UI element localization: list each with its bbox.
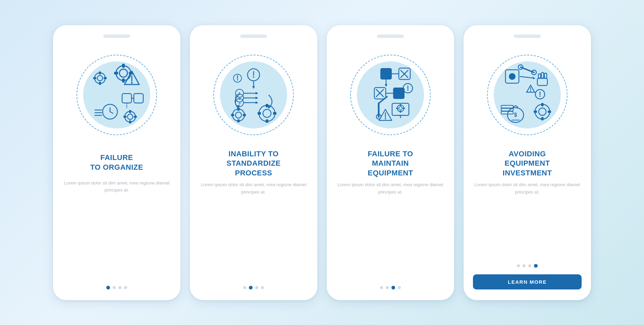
dot-3 [255, 286, 258, 289]
phone-notch-2 [240, 35, 267, 38]
svg-rect-100 [544, 73, 547, 78]
svg-rect-58 [258, 112, 261, 115]
svg-marker-39 [256, 97, 258, 99]
svg-rect-8 [99, 71, 101, 74]
svg-point-112 [535, 104, 550, 119]
svg-text:$: $ [514, 112, 517, 118]
svg-rect-3 [122, 78, 125, 83]
svg-rect-117 [548, 110, 551, 113]
dot-3 [528, 264, 531, 267]
svg-rect-15 [122, 94, 131, 103]
standardize-svg-icon: 1 2 3 [217, 58, 290, 132]
dot-1 [517, 264, 520, 267]
svg-rect-26 [123, 116, 126, 118]
svg-rect-53 [243, 114, 246, 116]
svg-point-113 [539, 108, 546, 115]
svg-point-33 [253, 76, 254, 78]
card-inability-to-standardize: 1 2 3 [190, 25, 317, 300]
illustration-investment: $ [473, 45, 582, 145]
svg-point-7 [97, 75, 103, 81]
dot-2 [113, 286, 116, 289]
svg-rect-91 [400, 104, 401, 106]
svg-rect-52 [231, 114, 234, 116]
card-3-body: Lorem ipsum dolor sit dim amet, mea regi… [336, 181, 445, 279]
svg-point-64 [237, 79, 238, 80]
dot-4 [124, 286, 127, 289]
svg-marker-41 [256, 101, 258, 104]
svg-point-14 [131, 82, 133, 84]
card-failure-to-organize: FAILURE TO ORGANIZE Lorem ipsum dolor si… [53, 25, 180, 300]
cards-container: FAILURE TO ORGANIZE Lorem ipsum dolor si… [40, 12, 604, 314]
illustration-standardize: 1 2 3 [199, 45, 308, 145]
svg-rect-59 [273, 112, 276, 115]
illustration-organize [62, 45, 171, 145]
svg-rect-16 [134, 94, 143, 103]
card-2-body: Lorem ipsum dolor sit dim amet, mea regi… [199, 181, 308, 279]
dot-4 [398, 286, 401, 289]
svg-rect-2 [122, 64, 125, 68]
svg-rect-57 [266, 119, 268, 123]
svg-point-23 [127, 114, 133, 119]
svg-rect-93 [396, 108, 398, 109]
svg-point-79 [407, 89, 409, 91]
card-1-dots [106, 286, 127, 289]
svg-point-123 [530, 91, 531, 92]
svg-rect-99 [541, 72, 544, 78]
learn-more-button[interactable]: LEARN MORE [473, 274, 582, 289]
dot-4 [534, 264, 538, 268]
dot-1 [243, 286, 246, 289]
phone-notch-4 [514, 35, 541, 38]
svg-rect-9 [99, 82, 101, 85]
svg-rect-11 [104, 77, 107, 79]
svg-point-120 [539, 96, 541, 97]
svg-text:3: 3 [238, 101, 240, 105]
card-1-title: FAILURE TO ORGANIZE [90, 149, 143, 176]
card-4-title: AVOIDING EQUIPMENT INVESTMENT [503, 149, 552, 178]
svg-rect-4 [114, 72, 118, 74]
card-4-dots [517, 264, 538, 268]
investment-svg-icon: $ [490, 58, 564, 132]
svg-rect-116 [534, 110, 537, 113]
dot-2 [386, 286, 389, 289]
svg-point-48 [232, 109, 245, 121]
svg-point-96 [509, 73, 516, 80]
card-4-body: Lorem ipsum dolor sit dim amet, mea regi… [473, 181, 582, 258]
card-avoiding-investment: $ [464, 25, 591, 300]
dot-3 [118, 286, 121, 289]
dot-3 [391, 286, 395, 289]
card-3-title: FAILURE TO MAINTAIN EQUIPMENT [368, 149, 413, 178]
svg-line-81 [379, 97, 387, 103]
svg-point-85 [385, 118, 386, 119]
svg-marker-35 [252, 86, 255, 89]
svg-rect-25 [129, 120, 131, 123]
svg-marker-102 [533, 76, 535, 79]
svg-rect-109 [501, 111, 513, 114]
svg-rect-51 [237, 119, 240, 122]
card-2-title: INABILITY TO STANDARDIZE PROCESS [226, 149, 281, 178]
svg-rect-114 [541, 103, 544, 106]
card-2-dots [243, 286, 264, 289]
svg-point-90 [399, 107, 402, 110]
svg-rect-94 [403, 108, 405, 109]
dot-2 [523, 264, 526, 267]
phone-notch [103, 35, 130, 38]
dot-1 [106, 286, 110, 289]
svg-point-55 [263, 109, 271, 117]
svg-rect-92 [400, 111, 401, 113]
phone-notch-3 [377, 35, 404, 38]
svg-rect-27 [134, 116, 137, 118]
svg-point-1 [119, 69, 127, 77]
card-3-dots [380, 286, 401, 289]
svg-point-54 [259, 105, 275, 121]
organize-svg-icon [80, 58, 154, 132]
svg-line-101 [520, 76, 534, 78]
svg-marker-71 [385, 84, 387, 87]
svg-rect-65 [380, 68, 392, 79]
svg-rect-111 [501, 105, 513, 108]
dot-2 [249, 286, 253, 289]
svg-rect-115 [541, 117, 544, 120]
maintain-svg-icon [354, 58, 427, 132]
svg-rect-10 [93, 77, 96, 79]
svg-rect-24 [129, 110, 131, 113]
svg-marker-37 [256, 92, 258, 95]
